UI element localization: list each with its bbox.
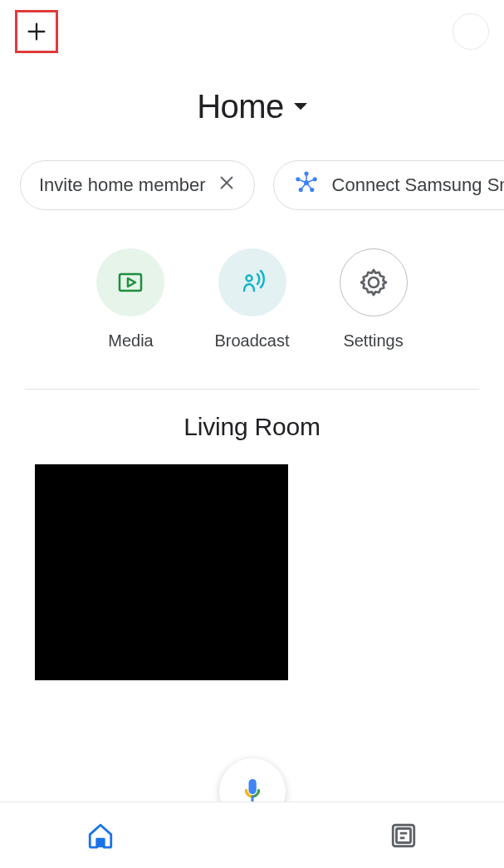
bottom-nav (0, 802, 504, 868)
smartthings-icon (292, 169, 321, 202)
quick-action-label: Broadcast (214, 331, 289, 351)
media-icon-circle (96, 248, 164, 316)
quick-action-settings[interactable]: Settings (340, 248, 408, 351)
svg-rect-6 (120, 274, 141, 291)
settings-icon-circle (340, 248, 408, 316)
quick-action-label: Media (108, 331, 153, 351)
quick-action-media[interactable]: Media (96, 248, 164, 351)
account-avatar[interactable] (453, 13, 489, 50)
home-icon (86, 821, 115, 850)
feed-icon (389, 821, 418, 850)
chip-label: Invite home member (39, 174, 206, 196)
chip-invite-member[interactable]: Invite home member (20, 160, 255, 210)
suggestion-chips: Invite home member Connect Samsung Sma (0, 160, 504, 210)
svg-point-7 (246, 276, 252, 282)
home-title: Home (197, 88, 284, 125)
quick-action-label: Settings (343, 331, 403, 351)
nav-home[interactable] (0, 821, 202, 850)
divider (25, 389, 479, 390)
chip-connect-smartthings[interactable]: Connect Samsung Sma (273, 160, 504, 210)
plus-icon (25, 20, 48, 43)
dropdown-caret-icon (294, 103, 307, 111)
device-card[interactable] (35, 464, 288, 680)
add-button[interactable] (15, 10, 58, 53)
broadcast-icon-circle (218, 248, 286, 316)
top-bar (0, 0, 504, 63)
quick-actions: Media Broadcast Settings (0, 248, 504, 351)
gear-icon (359, 267, 389, 297)
nav-feed[interactable] (302, 821, 504, 850)
close-icon[interactable] (218, 174, 236, 197)
home-selector[interactable]: Home (0, 88, 504, 125)
broadcast-icon (234, 264, 271, 301)
chip-label: Connect Samsung Sma (332, 174, 504, 196)
room-title: Living Room (0, 413, 504, 441)
quick-action-broadcast[interactable]: Broadcast (214, 248, 289, 351)
svg-rect-10 (396, 828, 410, 842)
media-icon (114, 266, 147, 299)
